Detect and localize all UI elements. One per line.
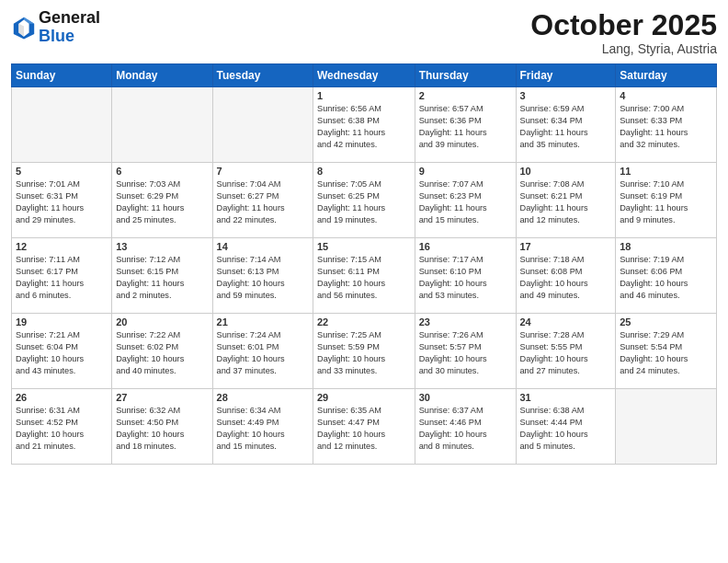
day-number: 19	[16, 316, 108, 327]
day-info: Sunrise: 6:32 AMSunset: 4:50 PMDaylight:…	[116, 405, 208, 453]
calendar-cell: 6Sunrise: 7:03 AMSunset: 6:29 PMDaylight…	[112, 163, 212, 238]
day-info: Sunrise: 6:31 AMSunset: 4:52 PMDaylight:…	[16, 405, 108, 453]
day-info: Sunrise: 7:24 AMSunset: 6:01 PMDaylight:…	[217, 329, 309, 377]
logo-icon	[11, 15, 37, 40]
calendar-table: Sunday Monday Tuesday Wednesday Thursday…	[11, 63, 717, 465]
day-info: Sunrise: 7:08 AMSunset: 6:21 PMDaylight:…	[520, 178, 612, 226]
calendar-cell: 28Sunrise: 6:34 AMSunset: 4:49 PMDayligh…	[212, 389, 313, 465]
calendar-cell	[212, 87, 313, 163]
header-saturday: Saturday	[616, 64, 717, 87]
calendar-cell: 20Sunrise: 7:22 AMSunset: 6:02 PMDayligh…	[112, 314, 212, 389]
header: General Blue October 2025 Lang, Styria, …	[11, 9, 717, 56]
day-info: Sunrise: 7:25 AMSunset: 5:59 PMDaylight:…	[317, 329, 411, 377]
calendar-cell: 27Sunrise: 6:32 AMSunset: 4:50 PMDayligh…	[112, 389, 212, 465]
week-row-0: 1Sunrise: 6:56 AMSunset: 6:38 PMDaylight…	[12, 87, 717, 163]
day-number: 13	[116, 241, 208, 252]
calendar-cell: 9Sunrise: 7:07 AMSunset: 6:23 PMDaylight…	[415, 163, 516, 238]
calendar-cell: 8Sunrise: 7:05 AMSunset: 6:25 PMDaylight…	[313, 163, 415, 238]
day-number: 29	[317, 392, 411, 403]
day-info: Sunrise: 7:17 AMSunset: 6:10 PMDaylight:…	[419, 254, 512, 302]
calendar-cell: 31Sunrise: 6:38 AMSunset: 4:44 PMDayligh…	[516, 389, 616, 465]
calendar-cell: 24Sunrise: 7:28 AMSunset: 5:55 PMDayligh…	[516, 314, 616, 389]
calendar-cell: 16Sunrise: 7:17 AMSunset: 6:10 PMDayligh…	[415, 238, 516, 314]
calendar-cell: 21Sunrise: 7:24 AMSunset: 6:01 PMDayligh…	[212, 314, 313, 389]
header-sunday: Sunday	[12, 64, 112, 87]
day-number: 21	[217, 316, 309, 327]
calendar-cell: 5Sunrise: 7:01 AMSunset: 6:31 PMDaylight…	[12, 163, 112, 238]
day-info: Sunrise: 7:22 AMSunset: 6:02 PMDaylight:…	[116, 329, 208, 377]
day-number: 4	[620, 90, 712, 101]
day-info: Sunrise: 7:19 AMSunset: 6:06 PMDaylight:…	[620, 254, 712, 302]
day-number: 18	[620, 241, 712, 252]
day-info: Sunrise: 7:10 AMSunset: 6:19 PMDaylight:…	[620, 178, 712, 226]
day-number: 3	[520, 90, 612, 101]
calendar-cell: 30Sunrise: 6:37 AMSunset: 4:46 PMDayligh…	[415, 389, 516, 465]
day-info: Sunrise: 7:05 AMSunset: 6:25 PMDaylight:…	[317, 178, 411, 226]
calendar-cell: 13Sunrise: 7:12 AMSunset: 6:15 PMDayligh…	[112, 238, 212, 314]
day-number: 10	[520, 166, 612, 177]
day-info: Sunrise: 7:18 AMSunset: 6:08 PMDaylight:…	[520, 254, 612, 302]
week-row-2: 12Sunrise: 7:11 AMSunset: 6:17 PMDayligh…	[12, 238, 717, 314]
weekday-header-row: Sunday Monday Tuesday Wednesday Thursday…	[12, 64, 717, 87]
header-monday: Monday	[112, 64, 212, 87]
day-info: Sunrise: 6:57 AMSunset: 6:36 PMDaylight:…	[419, 103, 512, 151]
calendar-cell: 12Sunrise: 7:11 AMSunset: 6:17 PMDayligh…	[12, 238, 112, 314]
day-info: Sunrise: 6:35 AMSunset: 4:47 PMDaylight:…	[317, 405, 411, 453]
header-tuesday: Tuesday	[212, 64, 313, 87]
calendar-cell: 17Sunrise: 7:18 AMSunset: 6:08 PMDayligh…	[516, 238, 616, 314]
logo-general: General	[39, 9, 100, 28]
day-number: 6	[116, 166, 208, 177]
day-info: Sunrise: 6:38 AMSunset: 4:44 PMDaylight:…	[520, 405, 612, 453]
day-info: Sunrise: 7:00 AMSunset: 6:33 PMDaylight:…	[620, 103, 712, 151]
day-number: 7	[217, 166, 309, 177]
calendar-cell: 1Sunrise: 6:56 AMSunset: 6:38 PMDaylight…	[313, 87, 415, 163]
calendar-container: General Blue October 2025 Lang, Styria, …	[0, 0, 728, 563]
day-number: 15	[317, 241, 411, 252]
day-info: Sunrise: 7:07 AMSunset: 6:23 PMDaylight:…	[419, 178, 512, 226]
day-number: 9	[419, 166, 512, 177]
week-row-1: 5Sunrise: 7:01 AMSunset: 6:31 PMDaylight…	[12, 163, 717, 238]
day-info: Sunrise: 6:56 AMSunset: 6:38 PMDaylight:…	[317, 103, 411, 151]
day-number: 20	[116, 316, 208, 327]
calendar-cell: 22Sunrise: 7:25 AMSunset: 5:59 PMDayligh…	[313, 314, 415, 389]
day-number: 27	[116, 392, 208, 403]
calendar-cell: 26Sunrise: 6:31 AMSunset: 4:52 PMDayligh…	[12, 389, 112, 465]
logo-blue: Blue	[39, 28, 100, 46]
day-info: Sunrise: 6:59 AMSunset: 6:34 PMDaylight:…	[520, 103, 612, 151]
calendar-cell: 15Sunrise: 7:15 AMSunset: 6:11 PMDayligh…	[313, 238, 415, 314]
week-row-4: 26Sunrise: 6:31 AMSunset: 4:52 PMDayligh…	[12, 389, 717, 465]
day-number: 28	[217, 392, 309, 403]
day-number: 25	[620, 316, 712, 327]
day-number: 1	[317, 90, 411, 101]
logo: General Blue	[11, 9, 100, 46]
calendar-cell: 7Sunrise: 7:04 AMSunset: 6:27 PMDaylight…	[212, 163, 313, 238]
day-info: Sunrise: 7:21 AMSunset: 6:04 PMDaylight:…	[16, 329, 108, 377]
calendar-cell	[112, 87, 212, 163]
day-number: 12	[16, 241, 108, 252]
day-number: 17	[520, 241, 612, 252]
month-title: October 2025	[530, 9, 717, 41]
day-info: Sunrise: 7:11 AMSunset: 6:17 PMDaylight:…	[16, 254, 108, 302]
calendar-cell: 10Sunrise: 7:08 AMSunset: 6:21 PMDayligh…	[516, 163, 616, 238]
day-info: Sunrise: 6:37 AMSunset: 4:46 PMDaylight:…	[419, 405, 512, 453]
day-info: Sunrise: 7:01 AMSunset: 6:31 PMDaylight:…	[16, 178, 108, 226]
title-section: October 2025 Lang, Styria, Austria	[530, 9, 717, 56]
calendar-cell: 29Sunrise: 6:35 AMSunset: 4:47 PMDayligh…	[313, 389, 415, 465]
calendar-cell: 19Sunrise: 7:21 AMSunset: 6:04 PMDayligh…	[12, 314, 112, 389]
day-number: 26	[16, 392, 108, 403]
day-number: 5	[16, 166, 108, 177]
calendar-cell: 2Sunrise: 6:57 AMSunset: 6:36 PMDaylight…	[415, 87, 516, 163]
header-wednesday: Wednesday	[313, 64, 415, 87]
day-info: Sunrise: 7:26 AMSunset: 5:57 PMDaylight:…	[419, 329, 512, 377]
location: Lang, Styria, Austria	[530, 41, 717, 56]
day-number: 8	[317, 166, 411, 177]
day-number: 16	[419, 241, 512, 252]
calendar-cell	[12, 87, 112, 163]
day-number: 11	[620, 166, 712, 177]
calendar-cell	[616, 389, 717, 465]
day-info: Sunrise: 7:03 AMSunset: 6:29 PMDaylight:…	[116, 178, 208, 226]
day-info: Sunrise: 7:28 AMSunset: 5:55 PMDaylight:…	[520, 329, 612, 377]
day-number: 30	[419, 392, 512, 403]
day-number: 22	[317, 316, 411, 327]
day-number: 24	[520, 316, 612, 327]
